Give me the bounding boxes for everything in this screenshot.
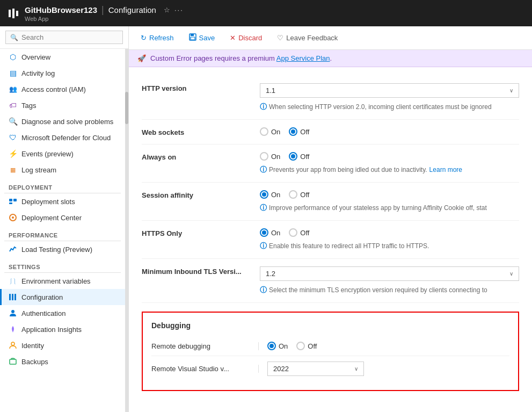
remote-debugging-on-radio[interactable]: [267, 342, 276, 350]
sidebar-item-authentication[interactable]: Authentication: [0, 305, 125, 321]
session-affinity-on-label: On: [271, 191, 280, 199]
https-only-off-label: Off: [300, 229, 309, 237]
session-affinity-on-radio[interactable]: [260, 190, 268, 199]
refresh-button[interactable]: ↻ Refresh: [137, 32, 177, 44]
sidebar-scroll-thumb[interactable]: [125, 92, 128, 124]
more-options-icon[interactable]: ···: [174, 6, 184, 14]
sidebar-item-label: Diagnose and solve problems: [21, 118, 113, 126]
sidebar-item-overview[interactable]: ⬡ Overview: [0, 49, 125, 65]
sidebar-item-label: Backups: [21, 358, 48, 366]
remote-vs-dropdown[interactable]: 2022 ∨: [267, 362, 364, 376]
alert-link[interactable]: App Service Plan: [276, 54, 330, 62]
http-version-control: 1.1 ∨ ⓘ When selecting HTTP version 2.0,…: [260, 83, 519, 112]
sidebar-item-env-variables[interactable]: ⎰⎱ Environment variables: [0, 273, 125, 289]
always-on-on-option[interactable]: On: [260, 152, 280, 161]
search-input[interactable]: [21, 33, 118, 41]
always-on-off-option[interactable]: Off: [289, 152, 309, 161]
min-tls-control: 1.2 ∨ ⓘ Select the minimum TLS encryptio…: [260, 266, 519, 295]
svg-rect-7: [12, 294, 13, 300]
save-icon: [189, 33, 196, 42]
sidebar-scrollbar[interactable]: [125, 49, 128, 412]
always-on-row: Always on On Off ⓘ Preve: [142, 144, 519, 183]
http-version-dropdown[interactable]: 1.1 ∨: [260, 83, 519, 98]
activity-log-icon: ▤: [9, 69, 17, 77]
svg-point-10: [11, 342, 14, 345]
sidebar-item-app-insights[interactable]: Application Insights: [0, 321, 125, 337]
dropdown-arrow-icon: ∨: [354, 366, 358, 372]
https-only-on-option[interactable]: On: [260, 228, 280, 237]
session-affinity-off-label: Off: [300, 191, 309, 199]
sidebar-item-load-testing[interactable]: Load Testing (Preview): [0, 241, 125, 257]
sidebar-item-deployment-center[interactable]: Deployment Center: [0, 209, 125, 226]
always-on-learn-more-link[interactable]: Learn more: [429, 166, 462, 174]
sidebar-item-label: Access control (IAM): [21, 85, 86, 93]
sidebar-item-tags[interactable]: 🏷 Tags: [0, 97, 125, 113]
logo-bar-3: [16, 11, 18, 16]
main-content: ↻ Refresh Save ✕ Discard ♡ Leave Feedbac…: [129, 26, 532, 412]
remote-debugging-on-option[interactable]: On: [267, 342, 288, 350]
page-name: Configuration: [108, 5, 156, 15]
deployment-section-label: Deployment: [0, 178, 125, 193]
sidebar-item-label: Authentication: [21, 309, 65, 317]
sidebar-item-events[interactable]: ⚡ Events (preview): [0, 146, 125, 162]
sidebar-item-label: Configuration: [21, 293, 63, 301]
logo-bar-2: [12, 9, 14, 18]
sidebar-item-label: Microsoft Defender for Cloud: [21, 134, 111, 142]
https-only-off-radio[interactable]: [289, 228, 297, 237]
feedback-button[interactable]: ♡ Leave Feedback: [274, 32, 341, 44]
min-tls-dropdown[interactable]: 1.2 ∨: [260, 266, 519, 281]
web-sockets-on-radio[interactable]: [260, 127, 268, 136]
remote-debugging-off-radio[interactable]: [296, 342, 305, 350]
session-affinity-off-option[interactable]: Off: [289, 190, 309, 199]
https-only-control: On Off ⓘ Enable this feature to redirect…: [260, 228, 519, 251]
env-variables-icon: ⎰⎱: [9, 277, 17, 285]
sidebar-item-log-stream[interactable]: ▦ Log stream: [0, 162, 125, 178]
remote-vs-label: Remote Visual Studio v...: [151, 365, 259, 373]
always-on-off-radio[interactable]: [289, 152, 297, 161]
http-version-value: 1.1: [266, 86, 275, 95]
web-sockets-on-label: On: [271, 128, 280, 136]
remote-vs-row: Remote Visual Studio v... 2022 ∨: [151, 356, 509, 381]
web-sockets-off-label: Off: [300, 128, 309, 136]
alert-banner: 🚀 Custom Error pages requires a premium …: [129, 50, 532, 67]
https-only-off-option[interactable]: Off: [289, 228, 309, 237]
web-sockets-off-radio[interactable]: [289, 127, 297, 136]
remote-debugging-off-option[interactable]: Off: [296, 342, 317, 350]
sidebar-item-diagnose[interactable]: 🔍 Diagnose and solve problems: [0, 113, 125, 129]
sidebar-item-activity-log[interactable]: ▤ Activity log: [0, 65, 125, 81]
always-on-on-radio[interactable]: [260, 152, 268, 161]
svg-text:⎰⎱: ⎰⎱: [9, 278, 17, 285]
save-button[interactable]: Save: [186, 31, 218, 45]
https-only-on-label: On: [271, 229, 280, 237]
sidebar-item-defender[interactable]: 🛡 Microsoft Defender for Cloud: [0, 129, 125, 146]
sidebar-item-label: Deployment Center: [21, 214, 82, 222]
sidebar-item-label: Log stream: [21, 166, 56, 174]
sidebar-item-label: Identity: [21, 342, 44, 350]
tags-icon: 🏷: [9, 101, 17, 110]
defender-icon: 🛡: [9, 133, 17, 142]
app-name: GitHubBrowser123: [25, 5, 97, 15]
web-sockets-on-option[interactable]: On: [260, 127, 280, 136]
sidebar-item-label: Activity log: [21, 69, 55, 77]
session-affinity-off-radio[interactable]: [289, 190, 297, 199]
discard-button[interactable]: ✕ Discard: [227, 32, 265, 44]
star-icon[interactable]: ☆: [164, 6, 170, 14]
session-affinity-radio-group: On Off: [260, 190, 519, 199]
search-box[interactable]: 🔍: [5, 31, 123, 44]
sidebar-navigation: ⬡ Overview ▤ Activity log 👥 Access contr…: [0, 49, 125, 412]
alert-text: Custom Error pages requires a premium Ap…: [150, 54, 332, 62]
info-icon: ⓘ: [260, 203, 267, 213]
https-only-hint: ⓘ Enable this feature to redirect all HT…: [260, 241, 519, 251]
info-icon: ⓘ: [260, 285, 267, 295]
web-sockets-off-option[interactable]: Off: [289, 127, 309, 136]
session-affinity-on-option[interactable]: On: [260, 190, 280, 199]
sidebar-item-deployment-slots[interactable]: Deployment slots: [0, 193, 125, 209]
svg-rect-2: [9, 203, 12, 204]
sidebar-item-backups[interactable]: Backups: [0, 353, 125, 370]
sidebar-item-access-control[interactable]: 👥 Access control (IAM): [0, 81, 125, 97]
sidebar-item-configuration[interactable]: Configuration: [0, 289, 125, 305]
sidebar-item-identity[interactable]: Identity: [0, 337, 125, 353]
remote-debugging-on-label: On: [279, 342, 288, 350]
overview-icon: ⬡: [9, 53, 17, 61]
https-only-on-radio[interactable]: [260, 228, 268, 237]
